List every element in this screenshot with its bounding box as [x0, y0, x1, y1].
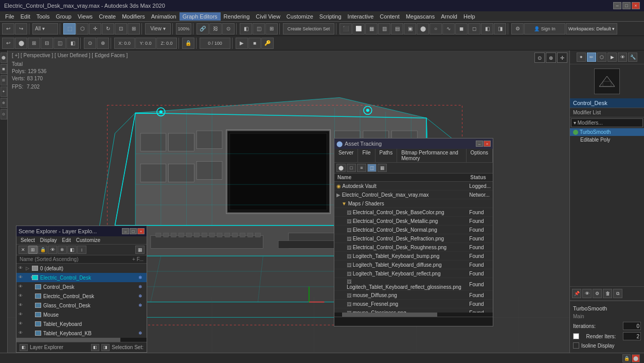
snaps5-btn[interactable]: ◫: [53, 38, 66, 49]
menu-rendering[interactable]: Rendering: [221, 12, 253, 21]
se-footer-layer-btn[interactable]: ◧: [20, 344, 28, 351]
at-close-btn[interactable]: ×: [484, 141, 491, 147]
status-anim-btn[interactable]: ⬤: [632, 354, 640, 362]
menu-content[interactable]: Content: [377, 12, 403, 21]
at-tb-grid-btn[interactable]: ◫: [367, 164, 377, 172]
at-row-file-7[interactable]: 🖼 Logitech_Tablet_Keyboard_reflect.png F…: [334, 269, 493, 278]
at-row-file-9[interactable]: 🖼 mouse_Diffuse.png Found: [334, 291, 493, 300]
se-minimize-btn[interactable]: –: [122, 228, 129, 234]
mirror-btn[interactable]: ⬛: [339, 23, 352, 34]
se-item-mouse[interactable]: 👁 Mouse: [16, 310, 147, 319]
se-menu-edit[interactable]: Edit: [60, 237, 73, 244]
align-btn[interactable]: ⬜: [352, 23, 365, 34]
menu-customize[interactable]: Customize: [283, 12, 316, 21]
vp-pan-btn[interactable]: ✛: [557, 53, 567, 63]
left-btn-5[interactable]: ⊕: [1, 98, 7, 108]
configure-modifier-btn[interactable]: ⚙: [593, 289, 602, 298]
snaps3-btn[interactable]: ⊞: [28, 38, 40, 49]
at-row-file-0[interactable]: 🖼 Electrical_Control_Desk_BaseColor.png …: [334, 208, 493, 217]
at-row-file-6[interactable]: 🖼 Logitech_Tablet_Keyboard_diffuse.png F…: [334, 261, 493, 269]
se-menu-customize[interactable]: Customize: [74, 237, 102, 244]
vp-orbit-btn[interactable]: ⊙: [534, 53, 545, 63]
at-row-file-8[interactable]: 🖼 Logitech_Tablet_Keyboard_reflect_gloss…: [334, 278, 493, 291]
render4-btn[interactable]: ◨: [494, 23, 506, 34]
ref-coord-dropdown[interactable]: View ▾: [145, 23, 171, 34]
hierarchy-panel-btn[interactable]: ⬡: [597, 53, 606, 62]
se-maximize-btn[interactable]: □: [130, 228, 137, 234]
rotate-button[interactable]: ↻: [102, 23, 114, 34]
se-item-control-desk[interactable]: 👁 Control_Desk ❄: [16, 282, 147, 291]
modifier-editable-poly[interactable]: Editable Poly: [570, 136, 644, 144]
se-scrollbar[interactable]: [16, 338, 147, 342]
snaps2-btn[interactable]: ⬤: [15, 38, 27, 49]
at-row-maps-folder[interactable]: ▼ Maps / Shaders: [334, 199, 493, 208]
at-row-main-file[interactable]: ▶ Electric_Control_Desk_max_vray.max Net…: [334, 191, 493, 199]
menu-megascans[interactable]: Megascans: [403, 12, 438, 21]
se-extra-btn[interactable]: ▦: [135, 246, 145, 254]
pin-modifier-btn[interactable]: 📌: [572, 289, 581, 298]
delete-modifier-btn[interactable]: 🗑: [603, 289, 612, 298]
se-sort-btn[interactable]: ↕: [77, 246, 86, 254]
menu-animation[interactable]: Animation: [148, 12, 180, 21]
modifier-dropdown[interactable]: ▾ Modifiers...: [571, 118, 643, 127]
left-btn-1[interactable]: ⬤: [1, 53, 7, 63]
left-btn-2[interactable]: ◼: [1, 64, 7, 74]
se-layer-default[interactable]: 👁 ▷ 0 (default): [16, 264, 147, 273]
se-item-electric-ctrl-desk-2[interactable]: 👁 Electric_Control_Desk ❄: [16, 291, 147, 301]
anim-time-btn[interactable]: 0 / 100: [200, 38, 230, 49]
align6-btn[interactable]: ⬤: [417, 23, 429, 34]
render-btn[interactable]: ◼: [455, 23, 468, 34]
se-filter-btn[interactable]: ⊞: [28, 246, 38, 254]
undo-button[interactable]: ↩: [2, 23, 14, 34]
modify-panel-btn[interactable]: ✏: [587, 53, 596, 62]
link-button[interactable]: 🔗: [196, 23, 209, 34]
modifier-turbosm[interactable]: TurboSmooth: [570, 128, 644, 136]
stop-btn[interactable]: ■: [248, 38, 261, 49]
scale2-button[interactable]: ⊞: [128, 23, 140, 34]
ts-iterations-input[interactable]: [623, 322, 641, 330]
at-tb-sq-btn[interactable]: □: [347, 164, 356, 172]
at-scrollbar[interactable]: [334, 313, 493, 317]
vp-zoom-btn[interactable]: ⊕: [546, 53, 556, 63]
at-row-file-10[interactable]: 🖼 mouse_Fresnel.png Found: [334, 300, 493, 308]
se-new-btn[interactable]: ✕: [19, 246, 28, 254]
left-btn-6[interactable]: ⊙: [1, 109, 7, 119]
unlink-button[interactable]: ⛓: [209, 23, 222, 34]
select-button[interactable]: ⬚: [63, 23, 76, 34]
menu-group[interactable]: Group: [52, 12, 75, 21]
at-row-file-2[interactable]: 🖼 Electrical_Control_Desk_Normal.png Fou…: [334, 226, 493, 234]
menu-file[interactable]: File: [2, 12, 17, 21]
menu-modifiers[interactable]: Modifiers: [119, 12, 148, 21]
viewport[interactable]: [ +] [ Perspective ] [ User Defined ] [ …: [8, 50, 569, 353]
left-btn-4[interactable]: ✦: [1, 87, 7, 97]
ts-render-input[interactable]: [623, 332, 641, 340]
menu-arnold[interactable]: Arnold: [438, 12, 460, 21]
render3-btn[interactable]: ◧: [481, 23, 493, 34]
at-menu-file[interactable]: File: [358, 149, 375, 162]
at-row-file-5[interactable]: 🖼 Logitech_Tablet_Keyboard_bump.png Foun…: [334, 252, 493, 261]
left-btn-3[interactable]: ⊞: [1, 75, 7, 85]
utilities-panel-btn[interactable]: 🔧: [628, 53, 637, 62]
ts-render-checkbox[interactable]: [573, 333, 579, 339]
at-row-file-4[interactable]: 🖼 Electrical_Control_Desk_Roughness.png …: [334, 243, 493, 252]
bind-button[interactable]: ⊙: [222, 23, 235, 34]
menu-edit[interactable]: Edit: [17, 12, 33, 21]
select-region-button[interactable]: ⬡: [76, 23, 88, 34]
at-row-vault[interactable]: ◉ Autodesk Vault Logged...: [334, 182, 493, 191]
curve-btn[interactable]: ∿: [442, 23, 455, 34]
at-menu-bitmap[interactable]: Bitmap Performance and Memory: [397, 149, 466, 162]
se-lock-btn[interactable]: 🔒: [38, 246, 47, 254]
sign-in-btn[interactable]: 👤 Sign In: [524, 23, 565, 34]
scale-button[interactable]: ⊡: [115, 23, 127, 34]
at-menu-server[interactable]: Server: [334, 149, 358, 162]
se-item-tablet-kb-kb[interactable]: 👁 Tablet_Keyboard_KB ❄: [16, 329, 147, 338]
snaps-btn[interactable]: ⊞: [265, 23, 278, 34]
align7-btn[interactable]: ○: [430, 23, 442, 34]
menu-scripting[interactable]: Scripting: [316, 12, 345, 21]
y-coord[interactable]: Y: 0.0: [135, 38, 156, 49]
show-in-vp-btn[interactable]: 👁: [582, 289, 592, 298]
se-footer-sel2-btn[interactable]: ◨: [101, 344, 110, 351]
snaps6-btn[interactable]: ◧: [66, 38, 79, 49]
at-scroll-thumb[interactable]: [342, 313, 437, 317]
lock-btn[interactable]: 🔒: [182, 38, 194, 49]
